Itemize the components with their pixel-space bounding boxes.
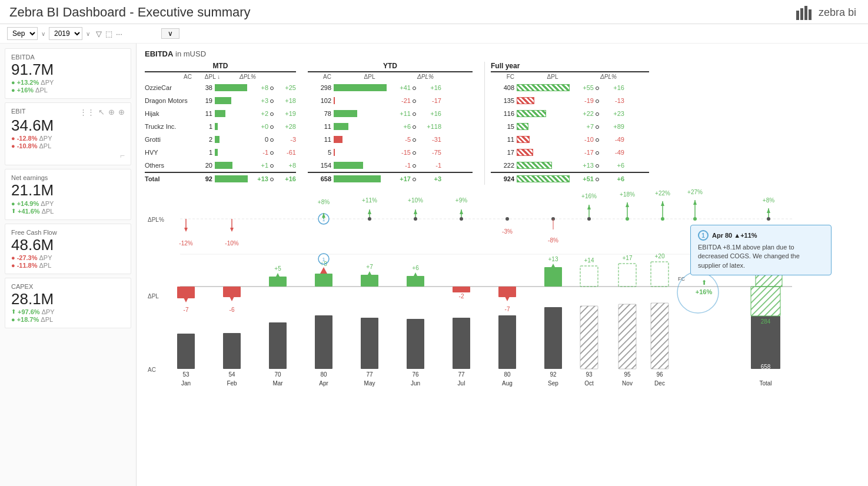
kpi-metric-ebit-pl: ●-10.8%ΔPL [11,142,125,149]
mtd-dot [268,122,275,131]
mtd-rows: OzzieCar 38 +8 +25 Dragon Motors 19 +3 +… [145,81,296,185]
svg-marker-62 [228,294,235,301]
row-name: Grotti [145,136,198,143]
drag-icon[interactable]: ⋮⋮ [79,108,95,116]
fy-dot [594,109,601,118]
table-row: 11 +6 +118 [308,120,473,133]
ytd-subheaders: AC ΔPL ΔPL% [308,74,473,80]
ytd-dpl: -1 [390,162,411,169]
ytd-pct: -31 [418,136,441,143]
year-select[interactable]: 20192018 [49,27,82,40]
mtd-ac: 20 [198,162,212,169]
kpi-metrics-capex: ⬆+97.6%ΔPY ●+18.7%ΔPL [11,308,125,323]
kpi-value-net-earnings: 21.1M [11,181,125,199]
fy-pct: +6 [601,162,624,169]
fy-pct: -13 [601,97,624,104]
mtd-ac: 2 [198,136,212,143]
ytd-bar [331,162,390,169]
ytd-ac: 5 [308,149,331,156]
annotation-title: 1 Apr 80 ▲+11% [698,230,824,241]
kpi-label-capex: CAPEX [11,283,125,290]
kpi-card-ebitda: EBITDA 91.7M ●+13.2%ΔPY ●+16%ΔPL [5,48,131,99]
svg-text:+22%: +22% [655,190,670,197]
svg-text:+27%: +27% [687,189,703,195]
mtd-pct: +19 [275,110,296,117]
mtd-dpl: +13 [248,175,268,182]
mtd-bar [212,149,248,156]
month-select[interactable]: SepOctNov [7,27,38,40]
table-row: 154 -1 -1 [308,159,473,172]
fy-dpl: +7 [573,123,594,130]
ytd-bar [331,97,390,104]
ytd-bar [331,84,390,91]
svg-text:658: 658 [761,364,771,370]
svg-text:284: 284 [761,318,771,325]
ytd-ac: 298 [308,84,331,91]
ytd-pct: -17 [418,97,441,104]
svg-text:+16%: +16% [696,288,713,295]
svg-text:96: 96 [656,371,663,378]
collapse-button[interactable]: ∨ [161,28,179,39]
fy-bar [514,97,573,104]
kpi-metric-ebitda-py: ●+13.2%ΔPY [11,79,125,86]
mtd-bar [212,175,248,182]
table-row: 116 +22 +23 [491,107,649,120]
mtd-pct: -3 [275,136,296,143]
fy-bar [514,123,573,130]
row-name: Dragon Motors [145,97,198,104]
svg-marker-13 [230,228,234,232]
kpi-label-ebitda: EBITDA [11,54,125,61]
svg-rect-122 [544,307,562,369]
svg-rect-67 [315,274,332,287]
mtd-dot [268,109,275,118]
mtd-dot [268,148,275,157]
svg-point-32 [505,217,509,221]
mtd-subheaders: AC ΔPL ↓ ΔPL% [145,74,296,80]
more-options-icon[interactable]: ⊕ [118,108,125,116]
kpi-value-ebit: 34.6M [11,116,125,135]
svg-text:ΔPL%: ΔPL% [148,217,164,223]
row-name: Others [145,162,198,169]
fy-pct: +16 [601,84,624,91]
kpi-label-fcf: Free Cash Flow [11,229,125,236]
mtd-dot [268,175,275,183]
svg-text:+5: +5 [274,265,281,272]
ytd-dot [411,96,418,105]
filter-icon[interactable]: ▽ [96,29,102,38]
mtd-dpl: -1 [248,149,268,156]
svg-marker-54 [767,208,770,213]
header: Zebra BI Dashboard - Executive summary z… [0,0,868,24]
cursor-icon: ↖ [98,108,105,116]
fy-fc: 135 [491,97,514,104]
expand-icon[interactable]: ⊕ [108,108,115,116]
ytd-dot [411,148,418,157]
svg-text:Apr: Apr [319,380,328,387]
svg-text:-3%: -3% [502,228,513,235]
kpi-metrics-ebit: ●-12.8%ΔPY ●-10.8%ΔPL [11,135,125,149]
kpi-metric-capex-pl: ●+18.7%ΔPL [11,316,125,323]
svg-rect-88 [618,264,636,287]
fy-fc: 17 [491,149,514,156]
svg-point-39 [587,217,591,221]
table-section: MTD AC ΔPL ↓ ΔPL% OzzieCar 38 +8 +25 Dra… [145,62,861,185]
ytd-pct: -75 [418,149,441,156]
svg-text:+14: +14 [584,257,594,264]
mtd-header: MTD [145,62,296,72]
kpi-value-ebitda: 91.7M [11,61,125,79]
ebit-icons: ⋮⋮ ↖ ⊕ ⊕ [79,108,125,116]
kpi-metric-ebit-py: ●-12.8%ΔPY [11,135,125,142]
ytd-bar [331,175,390,182]
more-icon[interactable]: ··· [116,29,122,38]
ytd-ac: 11 [308,123,331,130]
fy-bar [514,110,573,117]
kpi-metric-fcf-pl: ●-11.8%ΔPL [11,262,125,269]
svg-text:-7: -7 [184,307,189,313]
ytd-ac: 154 [308,162,331,169]
table-row: 298 +41 +16 [308,81,473,94]
svg-marker-25 [414,209,417,214]
export-icon[interactable]: ⬚ [105,29,112,38]
svg-marker-68 [320,267,327,274]
svg-point-47 [661,217,664,221]
svg-text:93: 93 [586,371,593,378]
ytd-pct: +118 [418,123,441,130]
